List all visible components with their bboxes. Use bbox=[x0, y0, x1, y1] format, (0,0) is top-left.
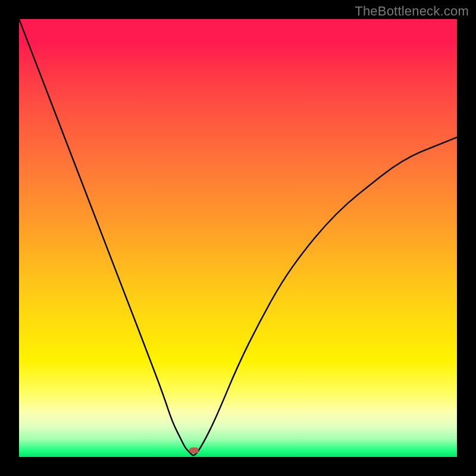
outer-frame: TheBottleneck.com bbox=[0, 0, 476, 476]
watermark-text: TheBottleneck.com bbox=[355, 4, 469, 19]
curve-svg bbox=[19, 19, 457, 457]
bottleneck-curve bbox=[19, 19, 457, 455]
minimum-marker bbox=[189, 447, 199, 453]
plot-area bbox=[19, 19, 457, 457]
